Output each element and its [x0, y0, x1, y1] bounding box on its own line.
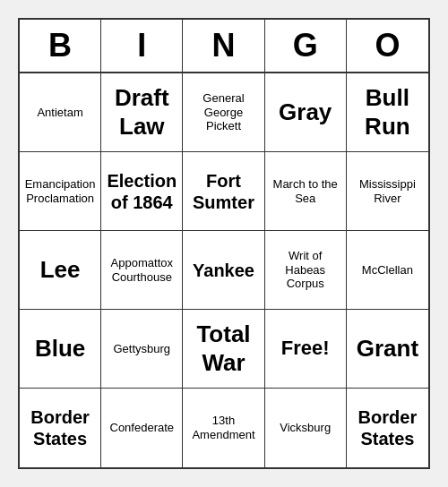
cell-text: Vicksburg [280, 421, 331, 435]
cell-text: Election of 1864 [105, 170, 178, 213]
bingo-cell: Gray [265, 73, 347, 152]
bingo-cell: Border States [347, 389, 428, 467]
header-letter: O [347, 20, 428, 72]
cell-text: Draft Law [105, 84, 178, 140]
bingo-cell: Confederate [101, 389, 183, 467]
cell-text: Gray [279, 98, 332, 126]
bingo-cell: McClellan [347, 231, 428, 310]
cell-text: Writ of Habeas Corpus [269, 249, 342, 291]
bingo-cell: Blue [20, 310, 101, 389]
cell-text: Gettysburg [113, 342, 170, 356]
bingo-cell: March to the Sea [265, 152, 347, 231]
cell-text: Lee [40, 256, 81, 284]
bingo-cell: Lee [20, 231, 101, 310]
bingo-cell: Border States [20, 389, 101, 467]
cell-text: Border States [23, 406, 97, 449]
bingo-cell: Draft Law [101, 73, 183, 152]
cell-text: Yankee [193, 260, 254, 281]
cell-text: Total War [186, 320, 260, 376]
bingo-card: BINGO AntietamDraft LawGeneral George Pi… [18, 18, 430, 469]
bingo-cell: Emancipation Proclamation [20, 152, 101, 231]
bingo-cell: Fort Sumter [183, 152, 264, 231]
bingo-grid: AntietamDraft LawGeneral George PickettG… [20, 73, 428, 467]
bingo-cell: General George Pickett [183, 73, 264, 152]
cell-text: Blue [35, 335, 85, 363]
cell-text: Confederate [110, 421, 175, 435]
bingo-cell: Vicksburg [265, 389, 347, 467]
cell-text: 13th Amendment [186, 414, 260, 441]
bingo-cell: Antietam [20, 73, 101, 152]
cell-text: Free! [281, 337, 330, 360]
bingo-cell: Writ of Habeas Corpus [265, 231, 347, 310]
header-letter: I [101, 20, 183, 72]
cell-text: Border States [350, 406, 425, 449]
cell-text: Mississippi River [350, 177, 425, 205]
cell-text: Bull Run [350, 84, 425, 140]
bingo-cell: Yankee [183, 231, 264, 310]
cell-text: Fort Sumter [186, 170, 260, 213]
bingo-cell: Appomattox Courthouse [101, 231, 183, 310]
header-letter: B [20, 20, 101, 72]
bingo-cell: Election of 1864 [101, 152, 183, 231]
cell-text: Antietam [37, 106, 82, 120]
bingo-cell: Total War [183, 310, 264, 389]
bingo-cell: Bull Run [347, 73, 428, 152]
header-letter: N [183, 20, 264, 72]
bingo-header: BINGO [20, 20, 428, 73]
cell-text: Grant [357, 335, 418, 363]
bingo-cell: Gettysburg [101, 310, 183, 389]
bingo-cell: 13th Amendment [183, 389, 264, 467]
cell-text: McClellan [362, 263, 413, 278]
bingo-cell: Free! [265, 310, 347, 389]
bingo-cell: Mississippi River [347, 152, 428, 231]
cell-text: General George Pickett [186, 91, 260, 133]
header-letter: G [265, 20, 347, 72]
cell-text: March to the Sea [269, 177, 342, 205]
cell-text: Appomattox Courthouse [105, 256, 178, 284]
cell-text: Emancipation Proclamation [23, 177, 97, 205]
bingo-cell: Grant [347, 310, 428, 389]
